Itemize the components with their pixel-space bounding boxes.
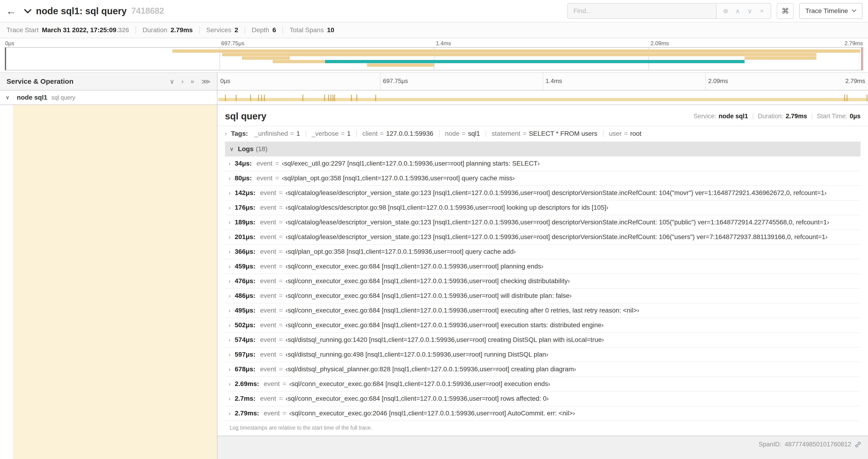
log-marker[interactable] bbox=[258, 95, 259, 101]
log-row[interactable]: ›459μs:event=‹sql/conn_executor_exec.go:… bbox=[225, 259, 861, 274]
trace-id: 7418682 bbox=[131, 6, 164, 16]
chevron-right-icon: › bbox=[229, 381, 230, 388]
span-duration-bar[interactable] bbox=[218, 98, 867, 101]
link-icon[interactable] bbox=[855, 441, 862, 448]
log-row[interactable]: ›142μs:event=‹sql/catalog/lease/descript… bbox=[225, 186, 861, 201]
log-row[interactable]: ›34μs:event=‹sql/exec_util.go:2297 [nsql… bbox=[225, 157, 861, 171]
log-marker[interactable] bbox=[250, 95, 251, 101]
service-meta-value: node sql1 bbox=[719, 113, 748, 120]
highlight-matches-icon[interactable]: ⊕ bbox=[720, 7, 731, 15]
selected-span-highlight bbox=[13, 105, 217, 459]
log-row[interactable]: ›2.69ms:event=‹sql/conn_executor_exec.go… bbox=[225, 377, 861, 392]
logs-list: ›34μs:event=‹sql/exec_util.go:2297 [nsql… bbox=[225, 157, 861, 421]
log-row[interactable]: ›574μs:event=‹sql/distsql_running.go:142… bbox=[225, 333, 861, 348]
log-row[interactable]: ›366μs:event=‹sql/plan_opt.go:358 [nsql1… bbox=[225, 245, 861, 259]
total-spans-label: Total Spans bbox=[289, 26, 323, 34]
log-marker[interactable] bbox=[328, 95, 329, 101]
log-value: ‹sql/conn_executor_exec.go:684 [nsql1,cl… bbox=[289, 380, 550, 388]
find-group: ⊕ ∧ ∨ × bbox=[567, 3, 771, 19]
log-value: ‹sql/catalog/lease/descriptor_version_st… bbox=[286, 233, 828, 241]
tag-key: node bbox=[445, 130, 459, 137]
minimap-left-scrubber[interactable] bbox=[5, 47, 6, 70]
chevron-down-icon[interactable]: ∨ bbox=[6, 94, 9, 101]
expand-one-level-icon[interactable]: › bbox=[181, 78, 183, 85]
log-marker[interactable] bbox=[351, 95, 352, 101]
log-timestamp: 80μs: bbox=[235, 174, 252, 182]
log-marker[interactable] bbox=[867, 95, 868, 101]
tag-equals: = bbox=[290, 130, 294, 137]
log-timestamp: 486μs: bbox=[235, 292, 255, 299]
find-input[interactable] bbox=[567, 3, 717, 19]
next-match-icon[interactable]: ∨ bbox=[745, 7, 755, 15]
expand-all-icon[interactable]: ⋙ bbox=[201, 78, 211, 85]
log-equals: = bbox=[279, 321, 283, 329]
timeline-tick-label: 2.79ms bbox=[845, 77, 865, 85]
chevron-right-icon: › bbox=[229, 277, 230, 285]
logs-accordion-header[interactable]: ∨ Logs (18) bbox=[225, 141, 861, 157]
view-options-dropdown[interactable]: Trace Timeline bbox=[799, 3, 862, 19]
log-row[interactable]: ›476μs:event=‹sql/conn_executor_exec.go:… bbox=[225, 274, 861, 289]
log-row[interactable]: ›486μs:event=‹sql/conn_executor_exec.go:… bbox=[225, 289, 861, 303]
depth-item: Depth 6 bbox=[252, 26, 276, 34]
log-field-name: event bbox=[260, 189, 276, 197]
prev-match-icon[interactable]: ∧ bbox=[733, 7, 743, 15]
minimap-canvas[interactable] bbox=[5, 47, 863, 70]
log-row[interactable]: ›597μs:event=‹sql/distsql_running.go:498… bbox=[225, 348, 861, 362]
log-marker[interactable] bbox=[375, 95, 376, 101]
log-row[interactable]: ›678μs:event=‹sql/distsql_physical_plann… bbox=[225, 362, 861, 377]
tags-row[interactable]: › Tags: _unfinished=1_verbose=1client=12… bbox=[217, 126, 868, 140]
detail-right-region: sql query Service: node sql1 Duration: 2… bbox=[217, 105, 868, 459]
log-row[interactable]: ›201μs:event=‹sql/catalog/lease/descript… bbox=[225, 230, 861, 245]
minimap-right-scrubber[interactable] bbox=[862, 47, 862, 70]
log-marker[interactable] bbox=[844, 95, 845, 101]
tags-label: Tags: bbox=[231, 130, 248, 137]
span-detail-card: sql query Service: node sql1 Duration: 2… bbox=[217, 105, 868, 436]
tag-key: _verbose bbox=[312, 130, 339, 137]
collapse-one-level-icon[interactable]: ∨ bbox=[169, 78, 175, 85]
log-marker[interactable] bbox=[302, 95, 303, 101]
span-name-cell[interactable]: ∨ node sql1 sql query bbox=[0, 91, 217, 104]
log-marker[interactable] bbox=[356, 95, 357, 101]
service-meta-label: Service: bbox=[693, 113, 716, 120]
log-row[interactable]: ›2.7ms:event=‹sql/conn_executor_exec.go:… bbox=[225, 392, 861, 406]
log-row[interactable]: ›502μs:event=‹sql/conn_executor_exec.go:… bbox=[225, 318, 861, 333]
log-marker[interactable] bbox=[225, 95, 226, 101]
span-detail-meta: Service: node sql1 Duration: 2.79ms Star… bbox=[693, 113, 861, 120]
back-button[interactable]: ← bbox=[0, 0, 22, 22]
log-marker[interactable] bbox=[264, 95, 265, 101]
log-marker[interactable] bbox=[261, 95, 262, 101]
collapse-all-icon[interactable]: » bbox=[191, 78, 194, 85]
log-value: ‹sql/distsql_physical_planner.go:828 [ns… bbox=[286, 365, 576, 373]
keyboard-shortcuts-button[interactable]: ⌘ bbox=[777, 3, 794, 19]
log-row[interactable]: ›495μs:event=‹sql/conn_executor_exec.go:… bbox=[225, 303, 861, 318]
duration-label: Duration bbox=[143, 26, 167, 34]
log-equals: = bbox=[279, 248, 283, 255]
tag-separator bbox=[439, 130, 439, 137]
log-value: ‹sql/catalog/lease/descriptor_version_st… bbox=[286, 189, 827, 197]
log-row[interactable]: ›176μs:event=‹sql/catalog/descs/descript… bbox=[225, 201, 861, 215]
log-field-name: event bbox=[260, 321, 276, 329]
log-timestamp: 176μs: bbox=[235, 204, 255, 211]
chevron-right-icon: › bbox=[229, 395, 230, 402]
chevron-right-icon: › bbox=[229, 175, 230, 182]
log-marker[interactable] bbox=[236, 95, 237, 101]
tag-value: SELECT * FROM users bbox=[529, 130, 597, 137]
log-row[interactable]: ›80μs:event=‹sql/plan_opt.go:358 [nsql1,… bbox=[225, 171, 861, 186]
log-marker[interactable] bbox=[324, 95, 325, 101]
clear-search-icon[interactable]: × bbox=[757, 7, 767, 15]
log-marker[interactable] bbox=[333, 95, 334, 101]
log-row[interactable]: ›189μs:event=‹sql/catalog/lease/descript… bbox=[225, 215, 861, 230]
chevron-down-icon: ∨ bbox=[229, 146, 234, 152]
log-field-name: event bbox=[256, 174, 273, 182]
log-marker[interactable] bbox=[331, 95, 331, 101]
span-bar-track bbox=[217, 91, 868, 104]
tag-equals: = bbox=[462, 130, 465, 137]
log-marker[interactable] bbox=[846, 95, 847, 101]
duration-meta-label: Duration: bbox=[758, 113, 783, 120]
collapse-trace-header-icon[interactable] bbox=[24, 9, 31, 14]
summary-separator bbox=[245, 26, 245, 34]
log-equals: = bbox=[279, 395, 283, 402]
trace-timeline-page: ← node sql1: sql query 7418682 ⊕ ∧ ∨ × ⌘… bbox=[0, 0, 868, 459]
log-marker[interactable] bbox=[334, 95, 335, 101]
log-row[interactable]: ›2.79ms:event=‹sql/conn_executor_exec.go… bbox=[225, 406, 861, 421]
